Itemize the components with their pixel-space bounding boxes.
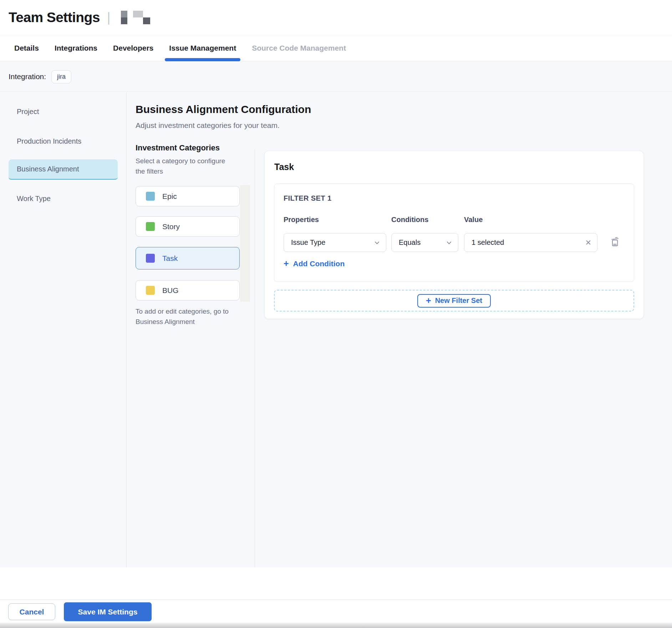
chevron-down-icon <box>446 240 452 246</box>
column-divider <box>255 149 255 567</box>
title-separator: | <box>107 10 110 25</box>
bug-color-swatch <box>146 286 155 295</box>
trash-icon <box>610 235 620 248</box>
epic-color-swatch <box>146 192 155 201</box>
sidebar-item-production-incidents[interactable]: Production Incidents <box>9 131 118 151</box>
integration-chip: jira <box>51 70 71 83</box>
delete-condition-button[interactable] <box>608 234 622 249</box>
category-task-button[interactable]: Task <box>136 247 240 269</box>
save-im-settings-button[interactable]: Save IM Settings <box>64 602 152 621</box>
column-header-conditions: Conditions <box>391 216 428 224</box>
category-label: Task <box>162 254 178 263</box>
value-select-value: 1 selected <box>472 238 504 247</box>
category-epic-button[interactable]: Epic <box>136 186 240 206</box>
integration-label: Integration: <box>9 72 46 81</box>
clear-icon[interactable]: ✕ <box>585 239 591 246</box>
condition-select[interactable]: Equals <box>391 233 458 252</box>
column-header-properties: Properties <box>284 216 319 224</box>
section-subtitle: Adjust investment categories for your te… <box>136 121 280 130</box>
filter-set-title: FILTER SET 1 <box>284 194 331 202</box>
category-story-button[interactable]: Story <box>136 216 240 237</box>
value-select[interactable]: 1 selected ✕ <box>464 233 597 252</box>
category-label: Story <box>162 222 180 231</box>
add-condition-button[interactable]: + Add Condition <box>284 259 345 268</box>
page-title: Team Settings <box>9 10 100 25</box>
sidebar-item-project[interactable]: Project <box>9 102 118 122</box>
tab-developers[interactable]: Developers <box>113 35 153 61</box>
category-label: BUG <box>162 286 179 295</box>
new-filter-set-zone: + New Filter Set <box>274 290 634 312</box>
condition-select-value: Equals <box>399 238 421 247</box>
redacted-team-name-blocks <box>121 10 150 25</box>
filter-set-box: FILTER SET 1 Properties Conditions Value… <box>274 184 634 282</box>
plus-icon: + <box>426 296 431 305</box>
window-bottom-edge <box>0 623 672 628</box>
panel-title: Task <box>274 162 294 172</box>
story-color-swatch <box>146 222 155 231</box>
plus-icon: + <box>284 259 289 268</box>
property-select-value: Issue Type <box>291 238 325 247</box>
section-title: Business Alignment Configuration <box>136 103 311 115</box>
tab-integrations[interactable]: Integrations <box>55 35 97 61</box>
settings-sidebar: Project Production Incidents Business Al… <box>0 92 127 567</box>
categories-note: To add or edit categories, go to Busines… <box>136 306 234 327</box>
chevron-down-icon <box>374 240 380 246</box>
task-color-swatch <box>146 254 155 263</box>
integration-strip: Integration: jira <box>0 62 672 92</box>
property-select[interactable]: Issue Type <box>284 233 386 252</box>
task-config-card: Task FILTER SET 1 Properties Conditions … <box>264 151 644 319</box>
tab-source-code-management[interactable]: Source Code Management <box>252 35 346 61</box>
tab-details[interactable]: Details <box>14 35 39 61</box>
content-area: Project Production Incidents Business Al… <box>0 92 672 567</box>
add-condition-label: Add Condition <box>293 259 345 268</box>
sidebar-item-business-alignment[interactable]: Business Alignment <box>9 159 118 180</box>
category-bug-button[interactable]: BUG <box>136 280 240 300</box>
tab-issue-management[interactable]: Issue Management <box>169 35 236 61</box>
cancel-button[interactable]: Cancel <box>8 603 55 620</box>
category-label: Epic <box>162 192 177 201</box>
tab-bar: Details Integrations Developers Issue Ma… <box>0 35 672 61</box>
new-filter-set-label: New Filter Set <box>435 297 482 305</box>
categories-heading: Investment Categories <box>136 143 220 153</box>
sidebar-item-work-type[interactable]: Work Type <box>9 189 118 209</box>
page-header: Team Settings | <box>0 0 672 35</box>
categories-hint: Select a category to configure the filte… <box>136 156 233 176</box>
categories-scrollbar-track <box>240 185 250 302</box>
column-header-value: Value <box>464 216 483 224</box>
new-filter-set-button[interactable]: + New Filter Set <box>417 294 491 308</box>
